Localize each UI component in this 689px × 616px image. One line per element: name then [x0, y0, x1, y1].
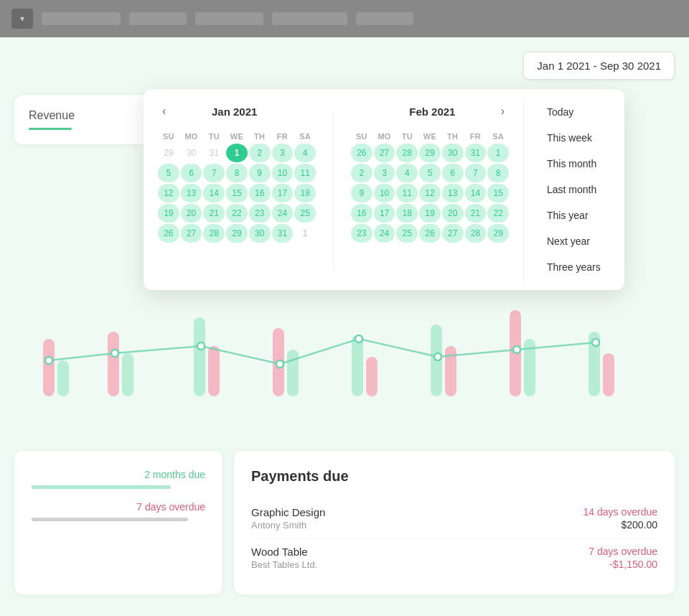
jan-day-22[interactable]: 19: [158, 204, 179, 223]
payment-right-1: 7 days overdue -$1,150.00: [589, 546, 657, 570]
feb-day-35[interactable]: 29: [487, 224, 509, 243]
jan-title: Jan 2021: [212, 106, 257, 118]
jan-day-6[interactable]: 3: [272, 144, 294, 162]
svg-point-23: [592, 339, 599, 346]
jan-day-1[interactable]: 29: [158, 144, 179, 162]
quick-select-this-week[interactable]: This week: [538, 126, 610, 149]
day-header-th2: TH: [442, 129, 464, 144]
quick-select-this-month[interactable]: This month: [538, 152, 610, 175]
feb-day-27[interactable]: 21: [465, 204, 487, 223]
feb-day-31[interactable]: 25: [396, 224, 418, 243]
calendar-jan: ‹ Jan 2021 SU MO TU WE TH FR SA 29303112…: [158, 103, 316, 276]
payment-overdue-0: 14 days overdue: [583, 506, 657, 518]
jan-day-34[interactable]: 31: [272, 224, 294, 243]
feb-day-21[interactable]: 15: [487, 184, 509, 202]
feb-day-11[interactable]: 5: [419, 164, 441, 182]
feb-day-24[interactable]: 18: [396, 204, 418, 223]
feb-day-19[interactable]: 13: [442, 184, 464, 202]
jan-day-7[interactable]: 4: [294, 144, 316, 162]
feb-day-32[interactable]: 26: [419, 224, 441, 243]
nav-tab-5[interactable]: [356, 12, 413, 25]
jan-day-31[interactable]: 28: [203, 224, 225, 243]
jan-day-27[interactable]: 24: [272, 204, 294, 223]
nav-tab-2[interactable]: [129, 12, 187, 25]
jan-day-13[interactable]: 10: [272, 164, 294, 182]
feb-day-22[interactable]: 16: [351, 204, 372, 223]
feb-day-6[interactable]: 31: [465, 144, 487, 162]
feb-day-3[interactable]: 28: [396, 144, 418, 162]
feb-day-14[interactable]: 8: [487, 164, 509, 182]
feb-day-8[interactable]: 2: [351, 164, 372, 182]
jan-day-29[interactable]: 26: [158, 224, 179, 243]
feb-day-13[interactable]: 7: [465, 164, 487, 182]
jan-day-14[interactable]: 11: [294, 164, 316, 182]
jan-day-26[interactable]: 23: [249, 204, 271, 223]
payment-row-1: Wood Table Best Tables Ltd. 7 days overd…: [251, 538, 657, 577]
jan-day-18[interactable]: 15: [226, 184, 248, 202]
jan-day-10[interactable]: 7: [203, 164, 225, 182]
feb-day-16[interactable]: 10: [374, 184, 395, 202]
svg-rect-1: [57, 360, 69, 396]
jan-day-8[interactable]: 5: [158, 164, 179, 182]
feb-day-26[interactable]: 20: [442, 204, 464, 223]
jan-day-30[interactable]: 27: [181, 224, 202, 243]
nav-arrow[interactable]: ▾: [11, 9, 33, 29]
quick-select-today[interactable]: Today: [538, 101, 610, 123]
feb-day-25[interactable]: 19: [419, 204, 441, 223]
feb-day-4[interactable]: 29: [419, 144, 441, 162]
jan-day-11[interactable]: 8: [226, 164, 248, 182]
feb-day-28[interactable]: 22: [487, 204, 509, 223]
nav-tab-4[interactable]: [272, 12, 347, 25]
jan-day-17[interactable]: 14: [203, 184, 225, 202]
feb-day-12[interactable]: 6: [442, 164, 464, 182]
jan-day-25[interactable]: 22: [226, 204, 248, 223]
feb-day-2[interactable]: 27: [374, 144, 395, 162]
jan-day-33[interactable]: 30: [249, 224, 271, 243]
feb-day-1[interactable]: 26: [351, 144, 372, 162]
jan-day-24[interactable]: 21: [203, 204, 225, 223]
next-month-button[interactable]: ›: [497, 103, 509, 119]
jan-day-28[interactable]: 25: [294, 204, 316, 223]
jan-day-2[interactable]: 30: [181, 144, 202, 162]
feb-day-23[interactable]: 17: [374, 204, 395, 223]
svg-rect-11: [445, 346, 456, 396]
overdue-label-1: 2 months due: [144, 469, 205, 480]
svg-point-18: [197, 342, 205, 350]
jan-day-21[interactable]: 18: [294, 184, 316, 202]
nav-tab-1[interactable]: [42, 12, 121, 25]
jan-day-12[interactable]: 9: [249, 164, 271, 182]
feb-day-33[interactable]: 27: [442, 224, 464, 243]
jan-day-15[interactable]: 12: [158, 184, 179, 202]
quick-select-three-years[interactable]: Three years: [538, 256, 610, 279]
quick-select-this-year[interactable]: This year: [538, 204, 610, 227]
date-range-button[interactable]: Jan 1 2021 - Sep 30 2021: [523, 52, 675, 80]
feb-day-18[interactable]: 12: [419, 184, 441, 202]
feb-day-20[interactable]: 14: [465, 184, 487, 202]
jan-day-4[interactable]: 1: [226, 144, 248, 162]
feb-day-15[interactable]: 9: [351, 184, 372, 202]
jan-day-19[interactable]: 16: [249, 184, 271, 202]
feb-day-30[interactable]: 24: [374, 224, 395, 243]
jan-day-23[interactable]: 20: [181, 204, 202, 223]
nav-tab-3[interactable]: [195, 12, 263, 25]
feb-day-7[interactable]: 1: [487, 144, 509, 162]
overdue-bar-1: [32, 485, 171, 489]
feb-day-5[interactable]: 30: [442, 144, 464, 162]
svg-rect-8: [352, 335, 363, 396]
jan-day-16[interactable]: 13: [181, 184, 202, 202]
feb-day-29[interactable]: 23: [351, 224, 372, 243]
jan-day-32[interactable]: 29: [226, 224, 248, 243]
feb-day-9[interactable]: 3: [374, 164, 395, 182]
prev-month-button[interactable]: ‹: [158, 103, 170, 119]
quick-select-last-month[interactable]: Last month: [538, 178, 610, 201]
jan-day-3[interactable]: 31: [203, 144, 225, 162]
jan-day-5[interactable]: 2: [249, 144, 271, 162]
feb-day-10[interactable]: 4: [396, 164, 418, 182]
jan-day-35[interactable]: 1: [294, 224, 316, 243]
feb-day-34[interactable]: 28: [465, 224, 487, 243]
feb-day-17[interactable]: 11: [396, 184, 418, 202]
jan-day-20[interactable]: 17: [272, 184, 294, 202]
bottom-section: 2 months due 7 days overdue Payments due…: [0, 451, 689, 594]
quick-select-next-year[interactable]: Next year: [538, 230, 610, 253]
jan-day-9[interactable]: 6: [181, 164, 202, 182]
